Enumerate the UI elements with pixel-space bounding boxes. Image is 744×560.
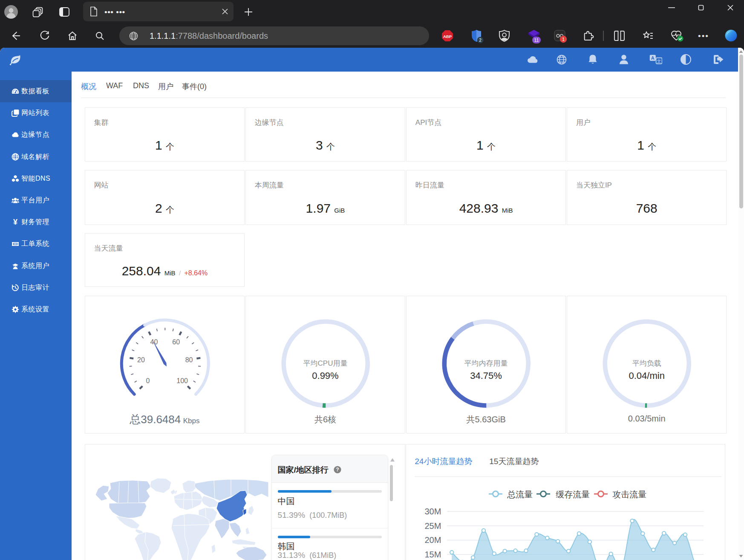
svg-text:ABP: ABP — [443, 34, 452, 39]
svg-text:A: A — [651, 55, 655, 61]
svg-text:1: 1 — [562, 37, 565, 42]
svg-text:0: 0 — [146, 377, 150, 384]
svg-text:2: 2 — [479, 38, 482, 43]
svg-text:?: ? — [336, 467, 339, 473]
svg-text:60: 60 — [172, 338, 180, 345]
svg-text:11: 11 — [534, 38, 539, 43]
svg-text:文: 文 — [657, 59, 661, 64]
svg-text:20: 20 — [137, 356, 145, 363]
svg-text:40: 40 — [150, 338, 158, 345]
svg-text:80: 80 — [185, 356, 193, 363]
svg-text:¥: ¥ — [13, 218, 17, 226]
svg-text:100: 100 — [176, 377, 188, 384]
